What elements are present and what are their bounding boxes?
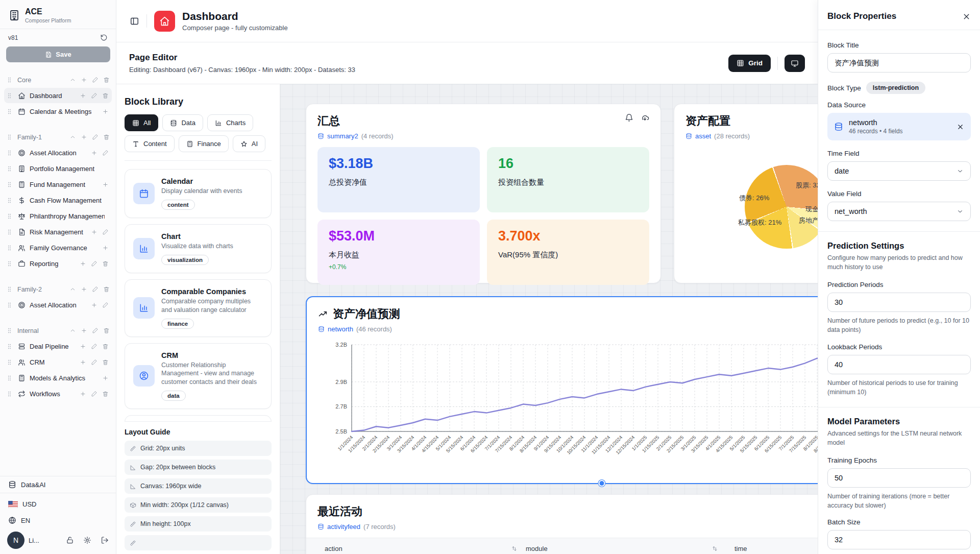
drag-handle-icon[interactable] <box>6 343 13 350</box>
asset-allocation-block[interactable]: 资产配置 asset (28 records) 股票: 32%现金: 8%房地产… <box>674 104 818 283</box>
pencil-icon[interactable] <box>102 150 109 156</box>
block-title-input[interactable] <box>827 53 971 73</box>
prediction-block[interactable]: 资产净值预测 networth (46 records) 2.5B2.7B2.9… <box>306 296 818 484</box>
filter-all[interactable]: All <box>125 114 158 131</box>
bell-icon[interactable] <box>625 113 633 122</box>
save-button[interactable]: Save <box>6 46 110 62</box>
sidebar-item-models-analytics[interactable]: Models & Analytics <box>4 370 112 386</box>
pencil-icon[interactable] <box>91 391 97 397</box>
column-header-module[interactable]: module <box>518 545 718 552</box>
drag-handle-icon[interactable] <box>6 165 13 172</box>
plus-icon[interactable] <box>81 286 87 293</box>
pencil-icon[interactable] <box>102 229 109 235</box>
canvas[interactable]: 汇总 summary2 (4 records) $3.18B 总投资净值 <box>280 84 818 554</box>
block-card-calendar[interactable]: Calendar Display calendar with events co… <box>125 169 272 218</box>
sidebar-item-calendar-meetings[interactable]: Calendar & Meetings <box>4 104 112 119</box>
remove-data-source-icon[interactable] <box>957 123 964 131</box>
trash-icon[interactable] <box>102 260 109 267</box>
chevron-up-icon[interactable] <box>69 77 76 83</box>
activity-block[interactable]: 最近活动 activityfeed (7 records) action mod… <box>306 494 818 554</box>
plus-icon[interactable] <box>91 150 97 156</box>
lookback-periods-input[interactable] <box>827 355 971 374</box>
plus-icon[interactable] <box>102 181 109 188</box>
plus-icon[interactable] <box>80 92 86 99</box>
drag-handle-icon[interactable] <box>6 391 13 397</box>
sidebar-item-portfolio-management[interactable]: Portfolio Management <box>4 161 112 176</box>
pencil-icon[interactable] <box>92 134 99 140</box>
plus-icon[interactable] <box>80 343 86 350</box>
value-field-select[interactable]: net_worth <box>827 202 971 221</box>
pencil-icon[interactable] <box>92 77 99 83</box>
drag-handle-icon[interactable] <box>6 260 13 267</box>
prediction-periods-input[interactable] <box>827 293 971 312</box>
sidebar-item-philanthropy-management[interactable]: Philanthropy Management <box>4 208 112 224</box>
time-field-select[interactable]: date <box>827 161 971 181</box>
currency-selector[interactable]: USD <box>0 496 116 512</box>
sidebar-toggle-icon[interactable] <box>130 16 139 26</box>
sidebar-item-family-governance[interactable]: Family Governance <box>4 240 112 255</box>
trash-icon[interactable] <box>102 92 109 99</box>
drag-handle-icon[interactable] <box>6 375 13 381</box>
drag-handle-icon[interactable] <box>6 181 13 188</box>
pencil-icon[interactable] <box>91 343 97 350</box>
drag-handle-icon[interactable] <box>6 245 13 251</box>
lock-icon[interactable] <box>66 536 74 544</box>
drag-handle-icon[interactable] <box>6 108 13 115</box>
plus-icon[interactable] <box>80 391 86 397</box>
sidebar-item-reporting[interactable]: Reporting <box>4 256 112 271</box>
summary-block[interactable]: 汇总 summary2 (4 records) $3.18B 总投资净值 <box>306 104 661 283</box>
drag-handle-icon[interactable] <box>6 77 13 83</box>
trash-icon[interactable] <box>103 134 110 140</box>
drag-handle-icon[interactable] <box>6 229 13 235</box>
sidebar-item-workflows[interactable]: Workflows <box>4 386 112 401</box>
filter-ai[interactable]: AI <box>233 135 265 152</box>
trash-icon[interactable] <box>103 286 110 293</box>
drag-handle-icon[interactable] <box>6 213 13 220</box>
gear-icon[interactable] <box>83 536 91 544</box>
sidebar-item-risk-management[interactable]: Risk Management <box>4 224 112 239</box>
block-card-chart[interactable]: Chart Visualize data with charts visuali… <box>125 224 272 273</box>
filter-content[interactable]: Content <box>125 135 175 152</box>
pencil-icon[interactable] <box>92 286 99 293</box>
drag-handle-icon[interactable] <box>6 302 13 308</box>
dataset-name[interactable]: asset <box>695 132 711 140</box>
dataset-name[interactable]: activityfeed <box>327 523 360 531</box>
logout-icon[interactable] <box>101 536 109 544</box>
filter-charts[interactable]: Charts <box>207 114 253 131</box>
drag-handle-icon[interactable] <box>6 134 13 140</box>
sidebar-item-fund-management[interactable]: Fund Management <box>4 177 112 192</box>
sidebar-item-data-ai[interactable]: Data&AI <box>0 476 116 493</box>
sidebar-item-asset-allocation[interactable]: Asset Allocation <box>4 145 112 160</box>
plus-icon[interactable] <box>81 77 87 83</box>
drag-handle-icon[interactable] <box>6 359 13 366</box>
cloud-download-icon[interactable] <box>641 113 649 122</box>
sidebar-item-crm[interactable]: CRM <box>4 354 112 370</box>
close-icon[interactable] <box>962 12 971 21</box>
plus-icon[interactable] <box>80 359 86 366</box>
training-epochs-input[interactable] <box>827 468 971 488</box>
drag-handle-icon[interactable] <box>6 197 13 204</box>
pencil-icon[interactable] <box>91 92 97 99</box>
avatar[interactable]: N <box>7 532 24 549</box>
plus-icon[interactable] <box>81 134 87 140</box>
plus-icon[interactable] <box>91 302 97 308</box>
pencil-icon[interactable] <box>102 302 109 308</box>
drag-handle-icon[interactable] <box>6 150 13 156</box>
trash-icon[interactable] <box>103 77 110 83</box>
preview-button[interactable] <box>785 55 805 72</box>
plus-icon[interactable] <box>102 245 109 251</box>
plus-icon[interactable] <box>91 229 97 235</box>
dataset-name[interactable]: summary2 <box>327 132 358 140</box>
filter-finance[interactable]: Finance <box>179 135 229 152</box>
dataset-name[interactable]: networth <box>328 325 353 333</box>
plus-icon[interactable] <box>81 327 87 334</box>
history-icon[interactable] <box>100 34 108 41</box>
block-card-comparable-companies[interactable]: Comparable Companies Comparable company … <box>125 279 272 337</box>
sort-icon[interactable] <box>511 545 518 552</box>
language-selector[interactable]: EN <box>0 512 116 528</box>
plus-icon[interactable] <box>80 260 86 267</box>
sidebar-item-dashboard[interactable]: Dashboard <box>4 88 112 103</box>
sort-icon[interactable] <box>712 545 718 552</box>
pencil-icon[interactable] <box>91 359 97 366</box>
trash-icon[interactable] <box>102 391 109 397</box>
